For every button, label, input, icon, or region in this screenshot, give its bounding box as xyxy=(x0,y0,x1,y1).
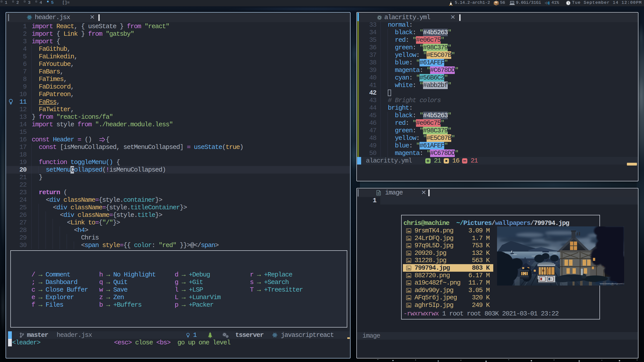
svg-text:www.DesktopBackground.org: www.DesktopBackground.org xyxy=(599,283,624,285)
